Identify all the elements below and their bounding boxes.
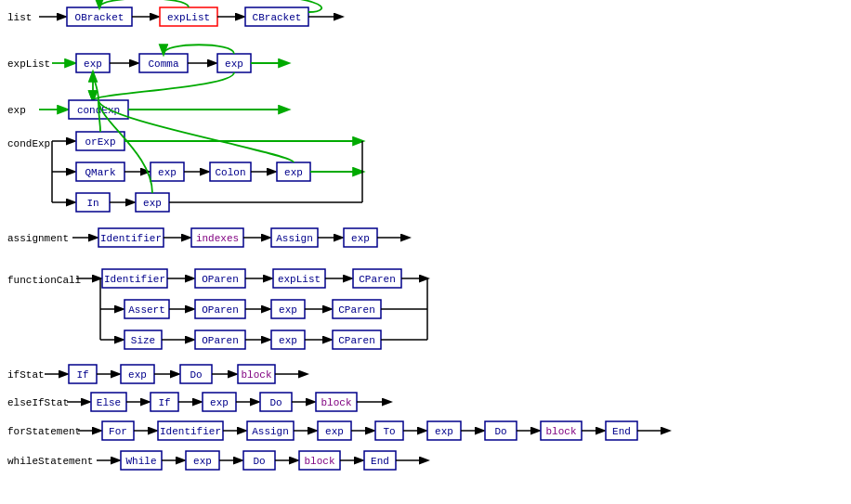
- exp-label: exp: [7, 105, 26, 116]
- exp-elseif-text: exp: [210, 397, 229, 408]
- end-while-text: End: [371, 456, 389, 467]
- condexp-label: condExp: [7, 138, 50, 149]
- exp-for2-text: exp: [435, 426, 453, 437]
- if-elseif-text: If: [158, 397, 170, 408]
- exp-explist2-text: exp: [225, 58, 243, 70]
- identifier-for-text: Identifier: [160, 426, 221, 437]
- cparen-fc3-text: CParen: [338, 335, 375, 346]
- end-for-text: End: [612, 426, 631, 437]
- indexes-text: indexes: [196, 233, 239, 244]
- do-while-text: Do: [253, 456, 265, 467]
- to-text: To: [383, 426, 395, 437]
- block-ifstat-text: block: [241, 369, 271, 381]
- colon-text: Colon: [215, 167, 245, 178]
- oparen-fc1-text: OParen: [202, 274, 239, 285]
- qmark-text: QMark: [85, 167, 115, 178]
- if-text: If: [76, 369, 88, 381]
- functioncall-label: functionCall: [7, 275, 81, 286]
- block-for-text: block: [545, 426, 576, 437]
- exp-fc3-text: exp: [279, 335, 297, 346]
- exp-for1-text: exp: [325, 426, 344, 437]
- identifier-assign-text: Identifier: [100, 233, 162, 244]
- exp-condexp3-text: exp: [143, 198, 162, 209]
- assignment-label: assignment: [7, 233, 69, 244]
- oparen-fc2-text: OParen: [202, 304, 239, 316]
- obracket-text: OBracket: [75, 12, 124, 23]
- exp-explist1-text: exp: [84, 58, 102, 70]
- block-elseif-text: block: [321, 397, 351, 408]
- cparen-fc2-text: CParen: [338, 304, 375, 316]
- assign-assignment-text: Assign: [276, 233, 313, 244]
- do-ifstat-text: Do: [190, 369, 202, 381]
- assign-for-text: Assign: [252, 426, 289, 437]
- cbracket-text: CBracket: [253, 12, 302, 23]
- ifstat-label: ifStat: [7, 369, 45, 381]
- do-elseif-text: Do: [269, 397, 281, 408]
- do-for-text: Do: [494, 426, 506, 437]
- for-text: For: [109, 426, 127, 437]
- forstatement-label: forStatement: [7, 426, 81, 437]
- exp-condexp1-text: exp: [158, 167, 177, 178]
- exp-assignment-text: exp: [351, 233, 370, 244]
- orexp-text: orExp: [85, 136, 115, 148]
- oparen-fc3-text: OParen: [202, 335, 239, 346]
- explist-list-text: expList: [167, 12, 210, 23]
- exp-while-text: exp: [193, 456, 212, 467]
- cparen-fc1-text: CParen: [359, 274, 396, 285]
- elseifstat-label: elseIfStat: [7, 397, 69, 408]
- size-text: Size: [131, 335, 155, 346]
- list-label: list: [7, 12, 32, 23]
- exp-ifstat-text: exp: [128, 369, 147, 381]
- while-text: While: [125, 456, 156, 467]
- exp-condexp2-text: exp: [284, 167, 303, 178]
- comma-text: Comma: [148, 58, 178, 70]
- else-text: Else: [97, 397, 121, 408]
- assert-text: Assert: [128, 304, 165, 316]
- identifier-fc-text: Identifier: [104, 274, 165, 285]
- in-text: In: [86, 198, 98, 209]
- explist-label: expList: [7, 58, 50, 70]
- whilestatement-label: whileStatement: [7, 456, 93, 467]
- block-while-text: block: [304, 456, 334, 467]
- explist-fc-text: expList: [278, 274, 321, 285]
- exp-fc2-text: exp: [279, 304, 297, 316]
